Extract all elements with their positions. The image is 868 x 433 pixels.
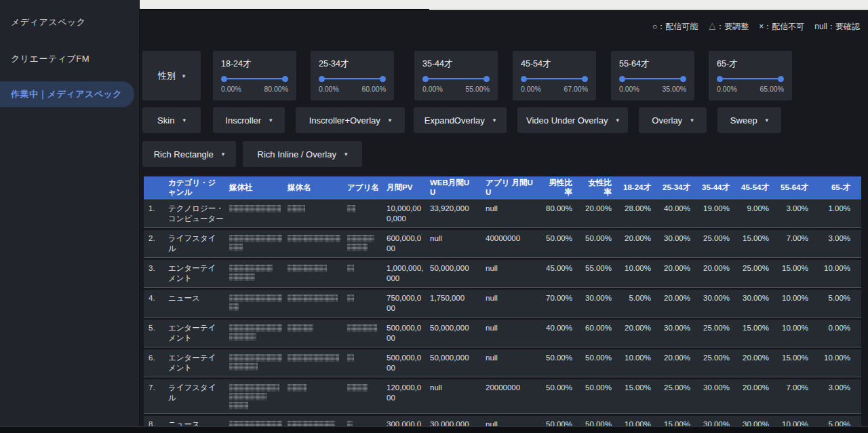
table-row[interactable]: 7. ライフスタイル 120,000,000 null 20000000 50.… [144,379,861,414]
header-age-25-34[interactable]: 25-34才 [662,181,701,195]
dropdown-expandoverlay[interactable]: ExpandOverlay▾ [414,107,507,133]
table-row[interactable]: 4. ニュース 750,000,000 1,750,000 null 70.00… [144,290,861,318]
dropdown-rich-inline-overlay[interactable]: Rich Inline / Overlay▾ [243,141,362,167]
header-app-monthly-uu[interactable]: アプリ 月間UU [486,176,544,200]
slider-handle-max[interactable] [380,76,386,82]
header-age-65-plus[interactable]: 65-才 [819,181,861,195]
range-slider[interactable] [619,75,686,83]
redacted-block [229,205,281,212]
table-row[interactable]: 5. エンターテイメント 500,000,000 50,000,000 null… [144,320,861,347]
header-monthly-pv[interactable]: 月間PV [387,181,430,195]
cell-age-35-44: 25.00% [701,350,741,377]
header-age-55-64[interactable]: 55-64才 [780,181,819,195]
slider-handle-min[interactable] [221,76,227,82]
range-slider[interactable] [717,75,784,83]
sidebar-item-mediaspec[interactable]: メディアスペック [0,8,139,37]
dropdown-label: Overlay [652,115,682,126]
header-male-ratio[interactable]: 男性比率 [544,176,583,200]
slider-label: 35-44才 [414,51,498,70]
cell-web-monthly-uu: 50,000,000 [430,320,486,347]
chevron-down-icon: ▾ [616,117,619,124]
table-row[interactable]: 2. ライフスタイル 600,000,000 null 40000000 50.… [144,230,861,258]
top-strip-shadow [140,9,429,10]
slider-handle-max[interactable] [484,76,490,82]
age-slider-55-64: 55-64才 0.00%35.00% [611,51,694,100]
redacted-block [229,244,243,251]
dropdown-rich-rectangle[interactable]: Rich Rectangle▾ [142,141,236,167]
cell-age-35-44: 19.00% [701,200,741,227]
sidebar: メディアスペック クリエーティブFM 作業中｜メディアスペック [0,0,140,433]
slider-handle-max[interactable] [680,76,686,82]
cell-age-55-64: 15.00% [780,260,819,287]
header-app-name[interactable]: アプリ名 [347,181,387,195]
header-age-18-24[interactable]: 18-24才 [623,181,662,195]
dropdown-inscroller[interactable]: Inscroller▾ [213,107,285,133]
dropdown-sweep[interactable]: Sweep▾ [717,107,781,133]
age-slider-18-24: 18-24才 0.00%80.00% [213,51,296,100]
redacted-block [229,393,267,400]
cell-app-name-redacted [347,320,387,347]
header-age-35-44[interactable]: 35-44才 [701,181,741,195]
slider-label: 55-64才 [611,51,694,70]
cell-age-45-54: 20.00% [741,379,780,413]
header-publisher[interactable]: 媒体社 [229,181,288,195]
legend-needs-adjustment: △：要調整 [708,21,749,33]
header-female-ratio[interactable]: 女性比率 [583,176,623,200]
header-age-45-54[interactable]: 45-54才 [741,181,780,195]
cell-app-monthly-uu: null [486,320,544,347]
cell-web-monthly-uu: null [430,230,486,257]
slider-handle-max[interactable] [282,76,288,82]
header-media-name[interactable]: 媒体名 [288,181,347,195]
dropdown-label: Sweep [730,115,757,126]
legend-needs-confirmation: null：要確認 [814,21,860,33]
dropdown-overlay[interactable]: Overlay▾ [639,107,707,133]
chevron-down-icon: ▾ [389,117,392,124]
cell-app-monthly-uu: null [486,290,544,317]
slider-handle-min[interactable] [619,76,625,82]
header-category[interactable]: カテゴリ・ジャンル [168,176,229,200]
cell-age-55-64: 15.00% [780,350,819,377]
status-legend: ○：配信可能 △：要調整 ×：配信不可 null：要確認 [652,21,860,33]
cell-female-ratio: 20.00% [583,200,623,227]
table-row[interactable]: 3. エンターテイメント 1,000,000,000 50,000,000 nu… [144,260,861,288]
gender-filter-dropdown[interactable]: 性別 ▾ [142,51,201,100]
range-slider[interactable] [319,75,386,83]
sidebar-item-creative-fm[interactable]: クリエーティブFM [0,45,139,73]
slider-handle-min[interactable] [319,76,325,82]
slider-handle-min[interactable] [717,76,723,82]
cell-app-monthly-uu: 40000000 [486,230,544,257]
cell-age-18-24: 10.00% [623,350,662,377]
sidebar-item-wip-mediaspec[interactable]: 作業中｜メディアスペック [0,81,134,107]
slider-handle-max[interactable] [582,76,588,82]
cell-male-ratio: 50.00% [544,230,583,257]
slider-handle-min[interactable] [521,76,527,82]
gender-filter-label: 性別 [158,70,176,82]
table-row[interactable]: 1. テクノロジー・コンピューター 10,000,000,000 33,920,… [144,200,861,228]
slider-handle-min[interactable] [422,76,429,82]
cell-male-ratio: 80.00% [544,200,583,227]
dropdown-video-under-overlay[interactable]: Video Under Overlay▾ [517,107,628,133]
table-row[interactable]: 6. エンターテイメント 500,000,000 50,000,000 null… [144,350,861,377]
chevron-down-icon: ▾ [182,117,186,124]
cell-age-45-54: 30.00% [741,290,780,317]
range-slider[interactable] [422,75,490,83]
range-slider[interactable] [221,75,288,83]
dropdown-label: Inscroller [225,115,261,126]
app-root: メディアスペック クリエーティブFM 作業中｜メディアスペック ○：配信可能 △… [0,0,868,433]
cell-age-25-34: 20.00% [662,260,701,287]
cell-age-55-64: 10.00% [780,290,819,317]
header-web-monthly-uu[interactable]: WEB月間UU [430,176,486,200]
slider-max-value: 80.00% [264,85,288,93]
cell-age-65-plus: 0.00% [819,320,861,347]
slider-handle-max[interactable] [778,76,784,82]
dropdown-inscroller-overlay[interactable]: Inscroller+Overlay▾ [296,107,405,133]
range-slider[interactable] [521,75,588,83]
redacted-block [347,324,377,332]
row-index: 1. [144,200,168,227]
top-strip-edge [429,9,868,10]
dropdown-skin[interactable]: Skin▾ [142,107,201,133]
cell-age-45-54: 15.00% [741,230,780,257]
redacted-block [229,354,282,362]
redacted-block [229,303,239,311]
age-slider-45-54: 45-54才 0.00%67.00% [513,51,596,100]
